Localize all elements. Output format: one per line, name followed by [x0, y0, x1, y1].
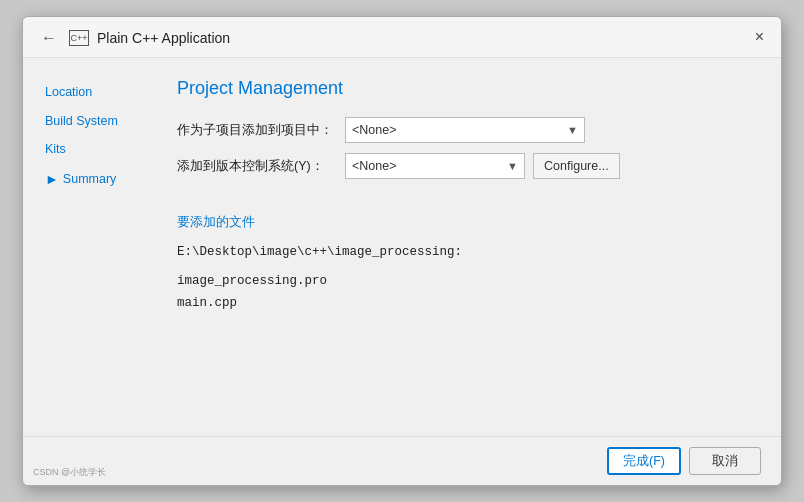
- files-section: 要添加的文件 E:\Desktop\image\c++\image_proces…: [177, 213, 757, 315]
- vcs-dropdown-arrow: ▼: [507, 160, 518, 172]
- vcs-value: <None>: [352, 159, 396, 173]
- files-path: E:\Desktop\image\c++\image_processing:: [177, 241, 757, 264]
- section-title: Project Management: [177, 78, 757, 99]
- sidebar-item-label: Location: [45, 81, 92, 104]
- files-heading: 要添加的文件: [177, 213, 757, 231]
- sidebar-item-location[interactable]: Location: [39, 78, 153, 107]
- sidebar-item-label: Build System: [45, 110, 118, 133]
- subproject-value: <None>: [352, 123, 396, 137]
- sidebar-item-label: Summary: [63, 168, 116, 191]
- dialog: ← C++ Plain C++ Application × Location B…: [22, 16, 782, 486]
- form-row-subproject: 作为子项目添加到项目中： <None> ▼: [177, 117, 757, 143]
- active-arrow-icon: ►: [45, 167, 59, 192]
- vcs-select[interactable]: <None> ▼: [345, 153, 525, 179]
- app-icon: C++: [69, 30, 89, 46]
- configure-button[interactable]: Configure...: [533, 153, 620, 179]
- footer: 完成(F) 取消: [23, 436, 781, 485]
- finish-button[interactable]: 完成(F): [607, 447, 681, 475]
- form-row-vcs: 添加到版本控制系统(Y)： <None> ▼ Configure...: [177, 153, 757, 179]
- back-button[interactable]: ←: [37, 27, 61, 49]
- watermark: CSDN @小统学长: [33, 466, 106, 479]
- dialog-title: Plain C++ Application: [97, 30, 230, 46]
- sidebar-item-label: Kits: [45, 138, 66, 161]
- main-panel: Project Management 作为子项目添加到项目中： <None> ▼…: [153, 58, 781, 436]
- sidebar: Location Build System Kits ► Summary: [23, 58, 153, 436]
- title-bar: ← C++ Plain C++ Application ×: [23, 17, 781, 58]
- vcs-label: 添加到版本控制系统(Y)：: [177, 158, 337, 175]
- sidebar-item-build-system[interactable]: Build System: [39, 107, 153, 136]
- sidebar-item-kits[interactable]: Kits: [39, 135, 153, 164]
- content-area: Location Build System Kits ► Summary Pro…: [23, 58, 781, 436]
- file-item-cpp: main.cpp: [177, 292, 757, 315]
- subproject-dropdown-arrow: ▼: [567, 124, 578, 136]
- cancel-button[interactable]: 取消: [689, 447, 761, 475]
- sidebar-item-summary[interactable]: ► Summary: [39, 164, 153, 195]
- file-item-pro: image_processing.pro: [177, 270, 757, 293]
- close-button[interactable]: ×: [750, 27, 769, 47]
- subproject-select[interactable]: <None> ▼: [345, 117, 585, 143]
- subproject-label: 作为子项目添加到项目中：: [177, 122, 337, 139]
